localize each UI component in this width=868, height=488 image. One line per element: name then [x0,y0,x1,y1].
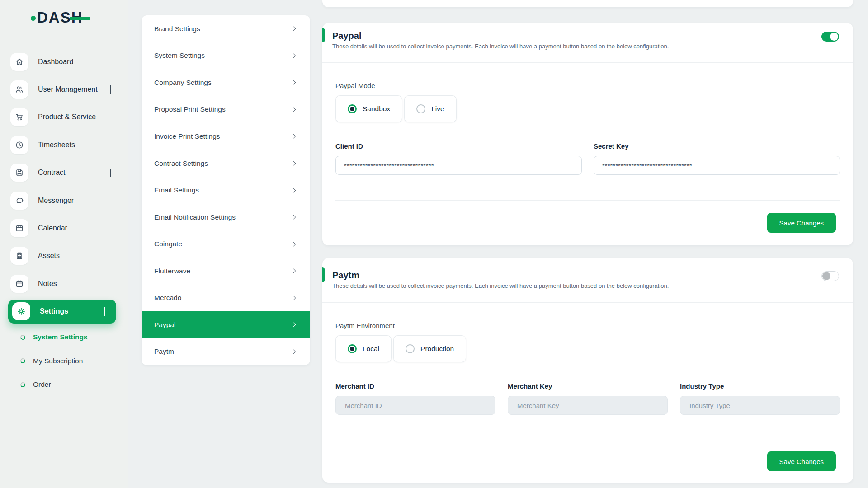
menu-item-label: Paypal [154,321,175,329]
paytm-save-button[interactable]: Save Changes [767,451,836,471]
sidebar-item-label: Messenger [38,197,74,205]
menu-item-label: Coingate [154,240,182,248]
sidebar-item-assets[interactable]: Assets [0,242,128,270]
radio-label: Production [420,345,454,353]
calendar-icon [10,219,28,237]
menu-item-label: Brand Settings [154,25,200,33]
paypal-settings-card: Paypal These details will be used to col… [322,23,853,245]
toggle-knob [822,272,830,280]
chevron-right-icon [292,269,296,273]
bullet-icon [20,381,26,387]
chevron-right-icon [292,215,296,220]
sidebar-item-product-service[interactable]: Product & Service [0,103,128,131]
client-id-input[interactable] [335,156,582,175]
settings-menu-item-coingate[interactable]: Coingate [142,230,310,258]
radio-selected-icon [348,344,357,353]
settings-menu-item-flutterwave[interactable]: Flutterwave [142,258,310,285]
chevron-right-icon [292,27,296,31]
settings-menu-item-paypal[interactable]: Paypal [142,311,310,338]
logo-dash-icon [70,17,90,20]
radio-label: Local [363,345,379,353]
paytm-env-production-option[interactable]: Production [393,335,466,362]
home-icon [10,53,28,71]
sidebar-item-settings[interactable]: Settings [8,300,116,324]
chevron-right-icon [292,323,296,327]
paytm-enabled-toggle[interactable] [821,271,839,281]
settings-menu-item-invoice-print-settings[interactable]: Invoice Print Settings [142,123,310,150]
secret-key-input[interactable] [594,156,840,175]
paypal-card-title: Paypal [332,30,853,42]
paypal-card-header: Paypal These details will be used to col… [322,23,853,62]
merchant-id-input[interactable] [335,396,495,415]
chevron-down-icon [104,307,105,315]
menu-item-label: Company Settings [154,79,212,87]
settings-menu-item-contract-settings[interactable]: Contract Settings [142,150,310,177]
chevron-right-icon [292,349,296,354]
paypal-mode-sandbox-option[interactable]: Sandbox [335,95,402,122]
chat-icon [10,192,28,210]
paypal-card-body: Paypal Mode Sandbox Live Client ID [322,82,853,201]
settings-menu-item-email-settings[interactable]: Email Settings [142,177,310,204]
previous-card-partial [322,0,853,7]
paypal-save-button[interactable]: Save Changes [767,213,836,233]
menu-item-label: Paytm [154,347,174,356]
subitem-label: System Settings [33,333,88,341]
client-id-label: Client ID [335,142,582,150]
menu-item-label: Invoice Print Settings [154,132,220,141]
sidebar-subitem-my-subscription[interactable]: My Subscription [0,349,128,373]
sidebar-item-label: User Management [38,85,98,94]
settings-menu-item-company-settings[interactable]: Company Settings [142,69,310,96]
menu-item-label: Contract Settings [154,160,208,168]
menu-item-label: Flutterwave [154,267,190,275]
sidebar-item-notes[interactable]: Notes [0,270,128,297]
settings-menu-panel: Brand Settings System Settings Company S… [142,15,310,365]
sidebar-nav: Dashboard User Management Product & Serv… [0,48,128,396]
sidebar-subitem-system-settings[interactable]: System Settings [0,325,128,349]
sidebar-item-label: Product & Service [38,113,96,121]
chevron-right-icon [292,53,296,58]
menu-item-label: System Settings [154,52,205,60]
chevron-right-icon [292,188,296,192]
paypal-mode-radio-group: Sandbox Live [335,95,840,122]
app-logo[interactable]: DASH [31,9,90,26]
chevron-right-icon [292,161,296,166]
sidebar-item-label: Contract [38,169,65,177]
users-icon [10,80,28,99]
paypal-enabled-toggle[interactable] [821,32,839,42]
menu-item-label: Email Notification Settings [154,213,236,221]
settings-menu-item-mercado[interactable]: Mercado [142,284,310,311]
settings-menu-item-system-settings[interactable]: System Settings [142,42,310,70]
bullet-icon [20,334,26,340]
save-icon [10,164,28,182]
gear-icon [12,302,30,320]
chevron-right-icon [292,80,296,85]
sidebar-item-user-management[interactable]: User Management [0,75,128,103]
paytm-env-local-option[interactable]: Local [335,335,392,362]
radio-unselected-icon [416,104,425,113]
merchant-id-label: Merchant ID [335,382,495,390]
industry-type-input[interactable] [680,396,840,415]
accent-bar [322,28,325,42]
sidebar-item-label: Timesheets [38,141,75,149]
paytm-card-body: Paytm Environment Local Production Merch… [322,322,853,439]
settings-menu-item-paytm[interactable]: Paytm [142,338,310,365]
paypal-card-description: These details will be used to collect in… [332,43,853,50]
merchant-key-input[interactable] [508,396,668,415]
sidebar-item-messenger[interactable]: Messenger [0,187,128,214]
sidebar-item-contract[interactable]: Contract [0,159,128,187]
settings-menu-item-brand-settings[interactable]: Brand Settings [142,15,310,42]
paypal-mode-live-option[interactable]: Live [404,95,456,122]
paytm-environment-label: Paytm Environment [335,322,840,329]
sidebar-item-dashboard[interactable]: Dashboard [0,48,128,75]
settings-subnav: System Settings My Subscription Order [0,325,128,397]
sidebar-item-calendar[interactable]: Calendar [0,214,128,242]
chevron-right-icon [292,107,296,112]
sidebar-subitem-order[interactable]: Order [0,373,128,397]
sidebar-item-label: Dashboard [38,58,73,66]
secret-key-label: Secret Key [594,142,840,150]
main-content: Paypal These details will be used to col… [322,0,853,488]
chevron-right-icon [292,296,296,300]
settings-menu-item-email-notification-settings[interactable]: Email Notification Settings [142,204,310,231]
settings-menu-item-proposal-print-settings[interactable]: Proposal Print Settings [142,96,310,123]
sidebar-item-timesheets[interactable]: Timesheets [0,131,128,159]
